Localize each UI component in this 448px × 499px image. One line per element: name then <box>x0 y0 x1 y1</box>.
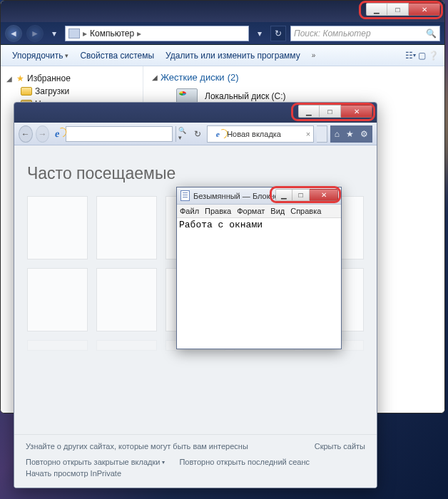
hard-drives-section[interactable]: ◢ Жесткие диски (2) <box>152 72 436 83</box>
window-title: Безымянный — Блокнот <box>193 192 282 200</box>
chevron-right-icon: ▸ <box>83 29 87 38</box>
site-tile[interactable] <box>96 340 157 351</box>
ie-logo-icon: e <box>52 128 62 140</box>
uninstall-programs-button[interactable]: Удалить или изменить программу <box>160 48 306 63</box>
computer-icon <box>68 29 80 38</box>
address-bar[interactable]: ▸ Компьютер ▸ <box>65 26 249 41</box>
ie-logo-icon: e <box>211 128 224 140</box>
hide-sites-link[interactable]: Скрыть сайты <box>315 442 365 451</box>
maximize-button[interactable]: □ <box>292 189 310 201</box>
breadcrumb-item[interactable]: Компьютер <box>90 29 134 38</box>
chevron-right-icon: ▸ <box>137 29 141 38</box>
minimize-button[interactable]: ▁ <box>366 3 387 16</box>
address-bar[interactable] <box>66 126 173 142</box>
ie-titlebar[interactable]: ▁ □ ✕ <box>14 103 377 123</box>
back-button[interactable]: ← <box>19 125 33 143</box>
notepad-window: Безымянный — Блокнот ▁ □ ✕ Файл Правка Ф… <box>176 187 342 349</box>
view-options-button[interactable]: ☷▾ <box>404 50 416 61</box>
address-dropdown[interactable]: ▾ <box>253 27 266 40</box>
new-tab-button[interactable] <box>317 125 327 143</box>
browser-tab[interactable]: e Новая вкладка × <box>207 125 314 143</box>
toolbar-overflow[interactable]: » <box>306 48 322 62</box>
close-button[interactable]: ✕ <box>409 3 440 16</box>
inprivate-link[interactable]: Начать просмотр InPrivate <box>26 469 121 478</box>
reopen-last-session-link[interactable]: Повторно открыть последний сеанс <box>179 458 310 466</box>
explorer-navbar: ◄ ► ▾ ▸ Компьютер ▸ ▾ ↻ Поиск: Компьютер… <box>1 22 444 45</box>
page-heading: Часто посещаемые <box>27 164 364 183</box>
help-button[interactable]: ❔ <box>427 50 439 61</box>
close-button[interactable]: ✕ <box>341 105 372 118</box>
ie-command-bar: ⌂ ★ ⚙ <box>330 125 372 143</box>
minimize-button[interactable]: ▁ <box>275 189 292 201</box>
back-button[interactable]: ◄ <box>5 25 22 42</box>
notepad-editor[interactable] <box>177 218 341 349</box>
site-tile[interactable] <box>27 196 88 259</box>
system-properties-button[interactable]: Свойства системы <box>74 48 160 63</box>
collapse-icon: ◢ <box>152 73 158 81</box>
history-dropdown[interactable]: ▾ <box>48 27 61 40</box>
site-tile[interactable] <box>96 268 157 331</box>
site-tile[interactable] <box>27 268 88 331</box>
refresh-button[interactable]: ↻ <box>270 26 286 41</box>
site-tile[interactable] <box>27 340 88 351</box>
search-split-button[interactable]: 🔍▾ <box>175 126 189 142</box>
maximize-button[interactable]: □ <box>387 3 409 16</box>
minimize-button[interactable]: ▁ <box>298 105 320 118</box>
ie-page-footer: Узнайте о других сайтах, которые могут б… <box>14 434 377 488</box>
menu-help[interactable]: Справка <box>290 207 321 215</box>
menu-format[interactable]: Формат <box>237 207 265 215</box>
folder-icon <box>21 87 32 96</box>
menu-view[interactable]: Вид <box>270 207 285 215</box>
notepad-icon <box>180 190 190 201</box>
chevron-down-icon: ▾ <box>65 52 68 59</box>
reopen-closed-tabs-link[interactable]: Повторно открыть закрытые вкладки▾ <box>26 458 165 466</box>
search-placeholder: Поиск: Компьютер <box>294 29 371 38</box>
menu-file[interactable]: Файл <box>180 207 199 215</box>
favorites-button[interactable]: ★ <box>346 129 354 139</box>
close-button[interactable]: ✕ <box>310 189 338 201</box>
tools-button[interactable]: ⚙ <box>360 129 368 139</box>
favorites-group[interactable]: ◢ ★ Избранное <box>5 72 138 85</box>
menu-edit[interactable]: Правка <box>205 207 231 215</box>
forward-button[interactable]: ► <box>26 25 44 42</box>
forward-button[interactable]: → <box>36 125 50 143</box>
explorer-titlebar[interactable]: ▁ □ ✕ <box>1 1 444 22</box>
refresh-button[interactable]: ↻ <box>192 126 205 142</box>
tab-title: Новая вкладка <box>227 130 281 138</box>
ie-navbar: ← → e 🔍▾ ↻ e Новая вкладка × ⌂ ★ ⚙ <box>14 123 377 145</box>
explorer-toolbar: Упорядочить▾ Свойства системы Удалить ил… <box>1 45 444 66</box>
site-tile[interactable] <box>96 196 157 259</box>
notepad-menubar: Файл Правка Формат Вид Справка <box>177 205 341 218</box>
discover-sites-link[interactable]: Узнайте о других сайтах, которые могут б… <box>26 442 248 451</box>
close-tab-button[interactable]: × <box>306 130 310 138</box>
chevron-down-icon: ▾ <box>162 459 165 465</box>
preview-pane-button[interactable]: ▢ <box>416 50 427 61</box>
collapse-icon: ◢ <box>6 75 14 83</box>
star-icon: ★ <box>16 73 24 83</box>
home-button[interactable]: ⌂ <box>335 129 340 139</box>
organize-menu[interactable]: Упорядочить▾ <box>6 48 74 63</box>
notepad-titlebar[interactable]: Безымянный — Блокнот ▁ □ ✕ <box>177 187 341 205</box>
sidebar-item-downloads[interactable]: Загрузки <box>5 85 138 98</box>
search-icon: 🔍 <box>426 29 437 38</box>
maximize-button[interactable]: □ <box>320 105 341 118</box>
search-input[interactable]: Поиск: Компьютер 🔍 <box>290 26 440 41</box>
